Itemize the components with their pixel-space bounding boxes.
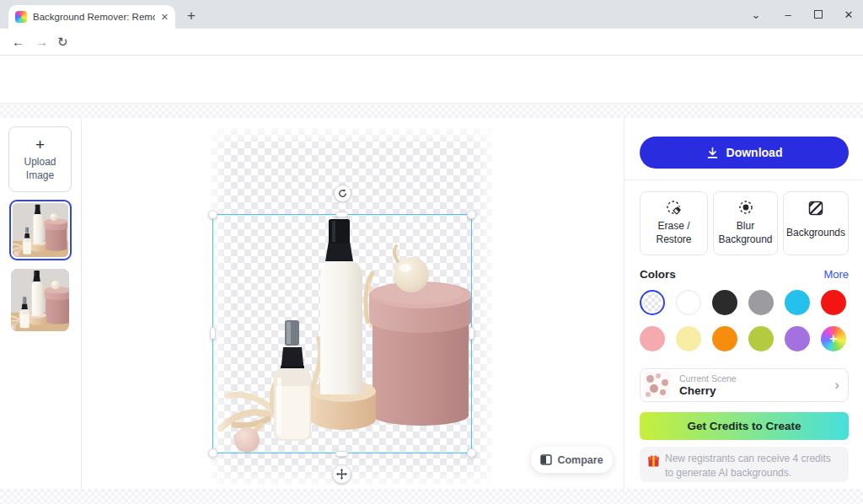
- compare-icon: [540, 454, 552, 465]
- backgrounds-button[interactable]: Backgrounds: [783, 191, 849, 255]
- maximize-icon: [814, 10, 823, 19]
- color-swatch-pink[interactable]: [640, 326, 665, 351]
- tools-panel: Download Erase / Restore Blur Background: [624, 118, 863, 489]
- new-tab-button[interactable]: +: [187, 8, 196, 24]
- resize-handle-sw[interactable]: [208, 448, 217, 458]
- reload-button[interactable]: ↻: [57, 35, 68, 50]
- color-swatch-gray[interactable]: [748, 290, 774, 315]
- fotor-favicon-icon: [15, 11, 27, 23]
- color-swatch-custom-rainbow[interactable]: +: [821, 326, 846, 351]
- backgrounds-icon: [808, 201, 823, 216]
- blur-background-button[interactable]: Blur Background: [713, 191, 778, 255]
- color-swatch-transparent[interactable]: [640, 290, 665, 315]
- blur-background-label: Blur Background: [716, 220, 776, 246]
- download-icon: [706, 147, 719, 159]
- resize-handle-ne[interactable]: [467, 210, 476, 219]
- current-scene-value: Cherry: [679, 384, 826, 397]
- colors-more-link[interactable]: More: [823, 268, 849, 281]
- color-swatch-red[interactable]: [821, 290, 846, 315]
- resize-handle-s[interactable]: [335, 451, 348, 457]
- back-button[interactable]: ←: [12, 35, 24, 49]
- chevron-right-icon: ›: [834, 377, 839, 394]
- resize-handle-n[interactable]: [335, 212, 348, 217]
- site-header: fotor Bg Remover ›Upload ♥ Free Trial Si…: [0, 56, 863, 104]
- rotate-icon: [338, 189, 347, 198]
- backgrounds-label: Backgrounds: [786, 221, 845, 247]
- browser-titlebar: Background Remover: Remove B ✕ + ⌄ – ✕: [0, 0, 863, 29]
- blur-icon: [738, 200, 753, 215]
- eraser-icon: [666, 200, 683, 215]
- compare-label: Compare: [557, 454, 603, 466]
- compare-button[interactable]: Compare: [531, 447, 613, 473]
- resize-handle-se[interactable]: [467, 448, 476, 458]
- current-scene-label: Current Scene: [679, 373, 826, 383]
- plus-icon: +: [35, 137, 45, 153]
- browser-toolbar: ← → ↻ fotor.com/features/background-remo…: [0, 29, 863, 56]
- color-swatch-purple[interactable]: [785, 326, 810, 351]
- tab-close-icon[interactable]: ✕: [161, 12, 169, 23]
- upload-image-button[interactable]: + Upload Image: [8, 126, 72, 192]
- get-credits-label: Get Credits to Create: [687, 420, 801, 432]
- upload-image-label: Upload Image: [17, 155, 63, 182]
- window-minimize-button[interactable]: –: [777, 3, 799, 25]
- selection-box[interactable]: [212, 214, 472, 453]
- color-swatch-white[interactable]: [676, 290, 701, 315]
- current-scene-card[interactable]: Current Scene Cherry ›: [640, 368, 849, 402]
- window-close-button[interactable]: ✕: [838, 3, 860, 25]
- image-list-sidebar: + Upload Image: [0, 118, 82, 489]
- resize-handle-w[interactable]: [210, 327, 216, 340]
- erase-restore-button[interactable]: Erase / Restore: [640, 191, 708, 255]
- color-swatch-cyan[interactable]: [785, 290, 810, 315]
- forward-button[interactable]: →: [35, 35, 48, 49]
- window-chevron-icon[interactable]: ⌄: [745, 3, 767, 25]
- credits-info-box: New registrants can receive 4 credits to…: [640, 447, 849, 482]
- image-thumbnail[interactable]: [11, 269, 69, 331]
- image-thumbnail-selected[interactable]: [9, 200, 72, 260]
- gift-icon: [647, 454, 660, 467]
- download-label: Download: [726, 146, 783, 159]
- color-swatch-pale-yellow[interactable]: [676, 326, 701, 351]
- rotate-handle[interactable]: [334, 185, 351, 202]
- move-icon: [336, 469, 347, 480]
- scene-thumbnail: [644, 372, 671, 399]
- resize-handle-e[interactable]: [469, 327, 474, 340]
- tab-title: Background Remover: Remove B: [33, 12, 155, 22]
- download-button[interactable]: Download: [640, 137, 849, 169]
- browser-tab[interactable]: Background Remover: Remove B ✕: [8, 5, 175, 29]
- erase-restore-label: Erase / Restore: [652, 220, 696, 246]
- color-swatch-orange[interactable]: [712, 326, 737, 351]
- credits-info-text: New registrants can receive 4 credits to…: [665, 453, 831, 479]
- panel-divider: [624, 180, 863, 180]
- application-window: Background Remover: Remove B ✕ + ⌄ – ✕ ←…: [0, 0, 863, 504]
- colors-section-title: Colors: [640, 268, 676, 281]
- get-credits-button[interactable]: Get Credits to Create: [640, 412, 849, 440]
- move-handle[interactable]: [332, 464, 351, 484]
- color-swatches: +: [640, 290, 850, 351]
- resize-handle-nw[interactable]: [208, 210, 217, 219]
- color-swatch-yellow-green[interactable]: [748, 326, 774, 351]
- window-maximize-button[interactable]: [807, 3, 829, 25]
- color-swatch-black[interactable]: [712, 290, 737, 315]
